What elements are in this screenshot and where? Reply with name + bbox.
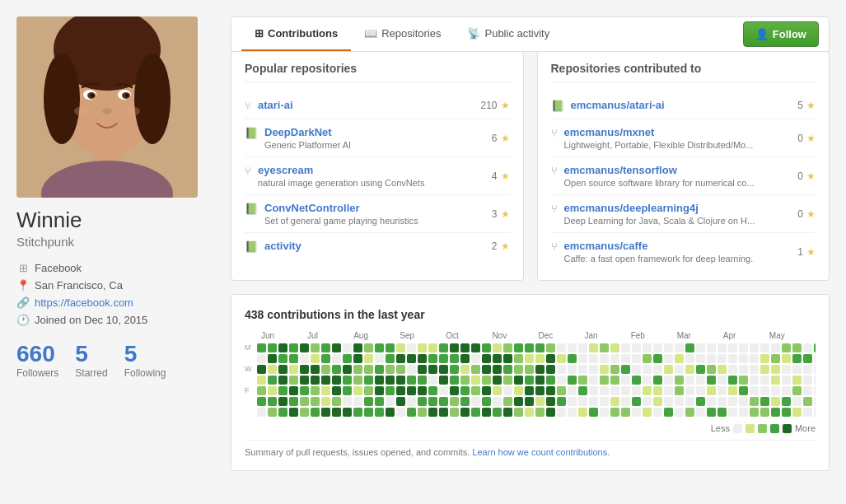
graph-week — [728, 343, 737, 417]
month-label: Jun — [261, 331, 307, 340]
graph-cell — [750, 397, 759, 406]
meta-website[interactable]: 🔗 https://facebook.com — [16, 296, 214, 309]
graph-cell — [257, 408, 266, 417]
graph-cell — [675, 343, 684, 352]
tab-public-activity[interactable]: 📡 Public activity — [454, 17, 563, 51]
repo-name[interactable]: emcmanus/deeplearning4j — [564, 202, 699, 214]
graph-cell — [739, 365, 748, 374]
graph-cell — [750, 408, 759, 417]
graph-cell — [343, 386, 352, 395]
follow-button[interactable]: 👤 Follow — [743, 21, 819, 47]
graph-week — [332, 343, 341, 417]
graph-cell — [750, 386, 759, 395]
graph-cell — [439, 408, 448, 417]
graph-cell — [535, 343, 545, 352]
repo-stars: 0 ★ — [797, 208, 816, 220]
sidebar: Winnie Stitchpunk ⊞ Facebook 📍 San Franc… — [16, 16, 214, 471]
graph-cell — [803, 376, 812, 385]
stats-row: 660 Followers 5 Starred 5 Following — [16, 343, 214, 379]
graph-week — [503, 343, 512, 417]
tab-repositories[interactable]: 📖 Repositories — [351, 17, 454, 51]
graph-cell — [353, 354, 362, 363]
graph-cell — [257, 343, 266, 352]
graph-cell — [771, 386, 780, 395]
graph-week — [771, 343, 780, 417]
repo-stars: 2 ★ — [492, 240, 510, 252]
facebook-icon: ⊞ — [16, 262, 30, 274]
graph-cell — [493, 408, 502, 417]
following-stat[interactable]: 5 Following — [124, 343, 166, 379]
graph-cell — [343, 408, 352, 417]
graph-cell — [418, 343, 427, 352]
graph-cell — [418, 386, 427, 395]
avatar — [16, 16, 198, 198]
graph-week — [643, 343, 652, 417]
graph-cell — [257, 397, 266, 406]
graph-cell — [557, 354, 566, 363]
repo-icon: ⑂ — [551, 240, 558, 253]
svg-point-12 — [125, 94, 129, 97]
graph-cell — [621, 397, 630, 406]
contribution-title: 438 contributions in the last year — [245, 308, 816, 321]
repo-name[interactable]: atari-ai — [258, 99, 293, 111]
graph-cell — [407, 343, 416, 352]
repo-name[interactable]: emcmanus/tensorflow — [564, 164, 677, 176]
graph-week — [664, 343, 673, 417]
repo-desc: natural image generation using ConvNets — [258, 178, 424, 188]
repo-icon: 📗 — [245, 203, 258, 215]
graph-cell — [396, 376, 405, 385]
repo-name[interactable]: emcmanus/caffe — [564, 240, 648, 252]
meta-facebook: ⊞ Facebook — [16, 262, 214, 274]
repo-name[interactable]: DeepDarkNet — [264, 126, 332, 138]
contributions-learn-more-link[interactable]: Learn how we count contributions. — [472, 447, 610, 457]
repo-icon: ⑂ — [551, 165, 558, 177]
repo-stars: 5 ★ — [797, 100, 816, 111]
graph-cell — [664, 397, 673, 406]
repo-item-left: ⑂ eyescream natural image generation usi… — [245, 164, 485, 188]
graph-cell — [332, 354, 341, 363]
repo-item: ⑂ eyescream natural image generation usi… — [245, 157, 510, 195]
graph-week — [568, 343, 577, 417]
graph-cell — [653, 376, 662, 385]
graph-cell — [643, 408, 652, 417]
repo-name[interactable]: activity — [264, 240, 301, 252]
repo-name[interactable]: eyescream — [258, 164, 313, 176]
graph-cell — [814, 408, 816, 417]
graph-cell — [782, 408, 791, 417]
graph-cell — [568, 386, 577, 395]
website-link[interactable]: https://facebook.com — [35, 296, 133, 309]
graph-cell — [792, 354, 802, 363]
month-label: Aug — [353, 331, 400, 340]
repo-item: ⑂ emcmanus/caffe Caffe: a fast open fram… — [551, 233, 816, 270]
repo-name[interactable]: ConvNetController — [264, 202, 360, 214]
repo-name[interactable]: emcmanus/atari-ai — [571, 99, 665, 111]
graph-cell — [353, 376, 362, 385]
graph-cell — [428, 386, 437, 395]
repos-row: Popular repositories ⑂ atari-ai 210 ★ 📗 … — [231, 51, 830, 281]
repo-name[interactable]: emcmanus/mxnet — [564, 126, 655, 138]
followers-stat[interactable]: 660 Followers — [16, 343, 58, 379]
graph-cell — [739, 386, 748, 395]
graph-cell — [664, 376, 673, 385]
graph-cell — [803, 386, 812, 395]
graph-cell — [471, 386, 480, 395]
main-content: ⊞ Contributions 📖 Repositories 📡 Public … — [231, 16, 830, 471]
graph-cell — [450, 354, 459, 363]
graph-week — [696, 343, 705, 417]
tab-contributions[interactable]: ⊞ Contributions — [241, 17, 351, 51]
meta-location: 📍 San Francisco, Ca — [16, 279, 214, 292]
graph-cell — [739, 397, 748, 406]
star-icon: ★ — [806, 208, 816, 220]
graph-week — [396, 343, 405, 417]
repo-icon: 📗 — [245, 127, 258, 139]
graph-cell — [471, 397, 480, 406]
graph-cell — [696, 397, 705, 406]
graph-cell — [760, 343, 769, 352]
graph-cell — [685, 365, 694, 374]
graph-cell — [578, 408, 587, 417]
legend-cell-1 — [746, 424, 755, 433]
graph-cell — [321, 354, 330, 363]
starred-stat[interactable]: 5 Starred — [75, 343, 107, 379]
graph-cell — [675, 365, 684, 374]
graph-cell — [600, 343, 609, 352]
